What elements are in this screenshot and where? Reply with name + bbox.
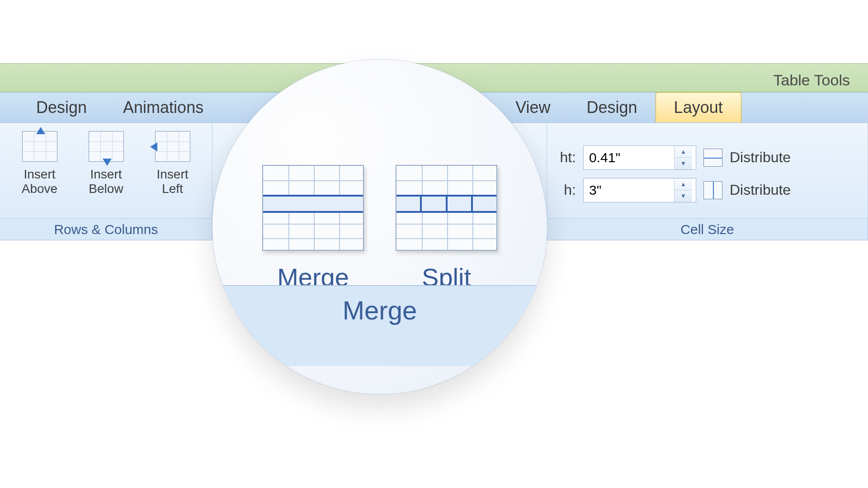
tab-design[interactable]: Design bbox=[18, 93, 105, 122]
height-input[interactable] bbox=[584, 146, 674, 169]
merge-cells-icon bbox=[262, 165, 364, 251]
insert-above-icon bbox=[22, 131, 57, 162]
distribute-rows-button[interactable]: Distribute bbox=[730, 149, 791, 166]
split-cells-icon bbox=[396, 165, 497, 251]
width-spin-down[interactable]: ▼ bbox=[675, 190, 692, 202]
height-spin-down[interactable]: ▼ bbox=[675, 158, 692, 169]
width-input[interactable] bbox=[584, 178, 674, 202]
height-spinbox[interactable]: ▲ ▼ bbox=[583, 145, 696, 170]
insert-below-button[interactable]: Insert Below bbox=[73, 128, 139, 196]
insert-left-icon bbox=[155, 131, 190, 162]
width-spin-up[interactable]: ▲ bbox=[675, 178, 692, 191]
table-tools-label: Table Tools bbox=[774, 71, 850, 89]
height-row: ht: ▲ ▼ Distribute bbox=[549, 145, 791, 170]
tab-view[interactable]: View bbox=[497, 93, 568, 122]
group-cell-size: ht: ▲ ▼ Distribute h: bbox=[547, 123, 868, 240]
width-label-stub: h: bbox=[549, 182, 576, 198]
tab-layout[interactable]: Layout bbox=[656, 92, 741, 122]
insert-left-button[interactable]: Insert Left bbox=[139, 128, 206, 196]
group-label-merge: Merge bbox=[212, 285, 547, 366]
insert-below-label: Insert Below bbox=[89, 167, 123, 196]
insert-above-label: Insert Above bbox=[22, 167, 57, 196]
group-label-rows-columns: Rows & Columns bbox=[0, 218, 212, 240]
distribute-cols-button[interactable]: Distribute bbox=[730, 182, 791, 198]
insert-above-button[interactable]: Insert Above bbox=[6, 128, 73, 196]
distribute-rows-icon bbox=[703, 149, 722, 167]
insert-below-icon bbox=[89, 131, 124, 162]
distribute-cols-icon bbox=[703, 181, 722, 199]
magnifier-bubble: Merge Cells Split Cells Merge bbox=[212, 60, 547, 394]
width-row: h: ▲ ▼ Distribute bbox=[549, 178, 791, 202]
group-label-cell-size: Cell Size bbox=[547, 218, 868, 240]
group-rows-columns: Insert Above Insert Below Insert Left Ro… bbox=[0, 123, 212, 240]
height-spin-up[interactable]: ▲ bbox=[675, 146, 692, 158]
width-spinbox[interactable]: ▲ ▼ bbox=[583, 178, 696, 202]
tab-design-tabletools[interactable]: Design bbox=[569, 93, 656, 122]
insert-left-label: Insert Left bbox=[156, 167, 188, 196]
tab-animations[interactable]: Animations bbox=[105, 93, 222, 122]
height-label-stub: ht: bbox=[549, 149, 576, 166]
